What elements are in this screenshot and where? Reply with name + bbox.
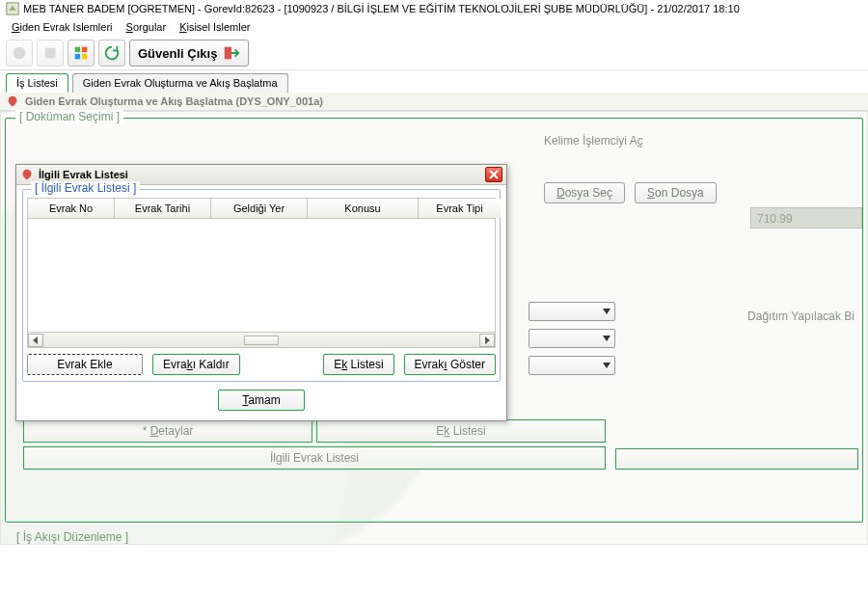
dialog-body: [ İlgili Evrak Listesi ] Evrak No Evrak … xyxy=(16,185,506,420)
window-titlebar: MEB TANER BADEM [OGRETMEN] - GorevId:826… xyxy=(0,0,868,17)
svg-rect-7 xyxy=(225,47,231,60)
evraki-kaldir-button[interactable]: Evrakı Kaldır xyxy=(152,354,240,375)
toolbar-btn-colors[interactable] xyxy=(68,40,95,67)
dialog-group-title: [ İlgili Evrak Listesi ] xyxy=(31,181,140,195)
bottom-buttons: * Detaylar Ek Listesi İlgili Evrak Liste… xyxy=(23,419,606,470)
dialog-icon xyxy=(20,168,34,181)
close-icon xyxy=(489,170,499,179)
menubar: Giden Evrak Islemleri Sorgular Kisisel I… xyxy=(0,17,868,37)
right-long-button[interactable] xyxy=(615,448,858,470)
tab-strip: İş Listesi Giden Evrak Oluşturma ve Akış… xyxy=(0,70,868,93)
link-kelime-islemci[interactable]: Kelime İşlemciyi Aç xyxy=(544,132,643,149)
right-panel: Kelime İşlemciyi Aç Dosya Seç Son Dosya … xyxy=(544,132,862,232)
toolbar-btn-2[interactable] xyxy=(37,40,64,67)
dialog-inner-group: [ İlgili Evrak Listesi ] Evrak No Evrak … xyxy=(22,189,501,382)
dialog-button-row-1: Evrak Ekle Evrakı Kaldır Ek Listesi Evra… xyxy=(27,354,496,375)
toolbar: Güvenli Çıkış xyxy=(0,37,868,70)
scroll-right-arrow[interactable] xyxy=(479,334,495,347)
col-evrak-tipi[interactable]: Evrak Tipi xyxy=(419,199,501,218)
svg-rect-6 xyxy=(82,54,87,59)
group-title-dokuman: [ Doküman Seçimi ] xyxy=(15,110,123,123)
col-konusu[interactable]: Konusu xyxy=(308,199,419,218)
ilgili-evrak-listesi-button[interactable]: İlgili Evrak Listesi xyxy=(23,446,606,470)
table-header: Evrak No Evrak Tarihi Geldiği Yer Konusu… xyxy=(27,198,496,219)
evraki-goster-button[interactable]: Evrakı Göster xyxy=(404,354,496,375)
son-dosya-button[interactable]: Son Dosya xyxy=(635,182,717,203)
group-title-akis: [ İş Akışı Düzenleme ] xyxy=(16,530,867,544)
combo-1[interactable] xyxy=(529,302,615,321)
app-icon xyxy=(6,2,19,15)
dialog-title-text: İlgili Evrak Listesi xyxy=(39,169,128,180)
ek-listesi-button[interactable]: Ek Listesi xyxy=(316,419,606,443)
distribution-label: Dağıtım Yapılacak Bi xyxy=(747,309,854,323)
distribution-combos xyxy=(529,302,615,375)
section-header: Giden Evrak Oluşturma ve Akış Başlatma (… xyxy=(0,93,868,111)
ilgili-evrak-dialog: İlgili Evrak Listesi [ İlgili Evrak List… xyxy=(15,164,507,421)
ek-listesi-dialog-button[interactable]: Ek Listesi xyxy=(323,354,393,375)
toolbar-btn-refresh[interactable] xyxy=(98,40,125,67)
menu-sorgular[interactable]: Sorgular xyxy=(121,19,173,35)
combo-2[interactable] xyxy=(529,329,615,348)
readonly-code: 710.99 xyxy=(750,207,862,229)
menu-kisisel[interactable]: Kisisel Islemler xyxy=(174,19,256,35)
col-evrak-no[interactable]: Evrak No xyxy=(28,199,115,218)
scroll-thumb[interactable] xyxy=(244,336,279,345)
svg-rect-2 xyxy=(45,48,56,59)
menu-giden-evrak[interactable]: Giden Evrak Islemleri xyxy=(6,19,119,35)
detaylar-button[interactable]: * Detaylar xyxy=(23,419,312,443)
combo-3[interactable] xyxy=(529,356,615,375)
toolbar-btn-1[interactable] xyxy=(6,40,33,67)
horizontal-scrollbar[interactable] xyxy=(27,333,496,348)
svg-rect-5 xyxy=(75,54,80,59)
col-geldigi-yer[interactable]: Geldiği Yer xyxy=(211,199,308,218)
svg-point-1 xyxy=(14,47,26,60)
section-title: Giden Evrak Oluşturma ve Akış Başlatma (… xyxy=(25,95,323,107)
tab-giden-evrak[interactable]: Giden Evrak Oluşturma ve Akış Başlatma xyxy=(72,73,288,93)
section-icon xyxy=(6,94,19,108)
scroll-left-arrow[interactable] xyxy=(28,334,43,347)
table-body-empty xyxy=(27,219,496,333)
exit-icon xyxy=(223,44,240,62)
safe-exit-button[interactable]: Güvenli Çıkış xyxy=(129,40,249,67)
col-evrak-tarihi[interactable]: Evrak Tarihi xyxy=(115,199,211,218)
tamam-button[interactable]: Tamam xyxy=(218,390,305,411)
window-title: MEB TANER BADEM [OGRETMEN] - GorevId:826… xyxy=(23,3,740,14)
safe-exit-label: Güvenli Çıkış xyxy=(138,46,217,61)
dialog-close-button[interactable] xyxy=(485,167,502,182)
svg-rect-4 xyxy=(82,47,87,52)
dosya-sec-button[interactable]: Dosya Seç xyxy=(544,182,625,203)
evrak-ekle-button[interactable]: Evrak Ekle xyxy=(27,354,143,375)
svg-rect-3 xyxy=(75,47,80,52)
scroll-track[interactable] xyxy=(43,336,479,345)
tab-is-listesi[interactable]: İş Listesi xyxy=(6,73,68,93)
